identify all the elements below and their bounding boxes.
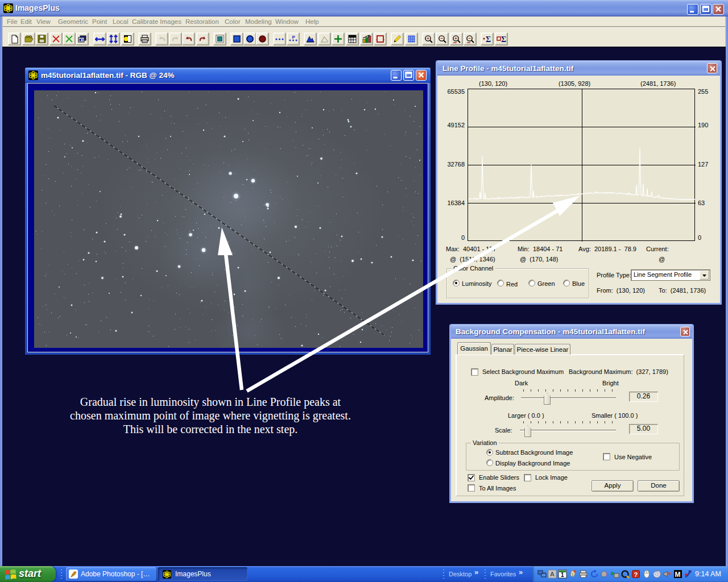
svg-text:P: P	[292, 35, 296, 40]
svg-text:Σ: Σ	[486, 35, 491, 44]
svg-text:?: ?	[634, 571, 638, 578]
svg-text:1: 1	[561, 572, 564, 578]
svg-text:Σ: Σ	[501, 35, 506, 44]
svg-text:M: M	[675, 571, 681, 579]
svg-text:A: A	[550, 571, 555, 577]
